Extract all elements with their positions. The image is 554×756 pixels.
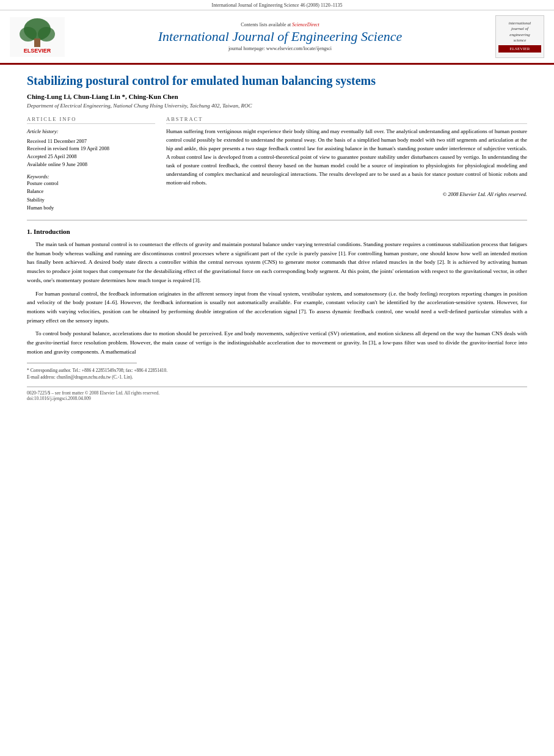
svg-point-2 [20,27,37,42]
copyright: © 2008 Elsevier Ltd. All rights reserved… [166,191,527,197]
abstract-text: Human suffering from vertiginous might e… [166,128,527,187]
svg-rect-4 [34,38,40,47]
article-info-content: Article history: Received 11 December 20… [27,128,155,169]
journal-header: ELSEVIER Contents lists available at Sci… [0,10,554,65]
keywords-section: Keywords: Posture control Balance Stabil… [27,173,155,213]
page-footer: 0020-7225/$ – see front matter © 2008 El… [27,387,527,401]
paper-title: Stabilizing postural control for emulate… [27,73,527,88]
keyword-4: Human body [27,204,155,213]
available-online-date: Available online 9 June 2008 [27,161,155,169]
abstract-column: ABSTRACT Human suffering from vertiginou… [166,116,527,213]
svg-point-3 [38,27,55,42]
intro-paragraph-1: The main task of human postural control … [27,240,527,285]
keywords-label: Keywords: [27,173,49,180]
sciencedirect-label: Contents lists available at ScienceDirec… [75,22,486,27]
history-label: Article history: [27,128,155,136]
paper-content: Stabilizing postural control for emulate… [0,65,554,413]
article-info-header: ARTICLE INFO [27,116,155,124]
doi-line: doi:10.1016/j.ijengsci.2008.04.009 [27,396,527,401]
elsevier-logo: ELSEVIER [10,17,65,57]
footnote-divider [27,363,137,363]
abstract-header: ABSTRACT [166,116,527,124]
authors: Ching-Lung Li, Chun-Liang Lin *, Ching-K… [27,93,527,100]
journal-metadata: International Journal of Engineering Sci… [0,0,554,10]
email-footnote: E-mail address: chunlin@dragon.nchu.edu.… [27,374,527,380]
received-date: Received 11 December 2007 [27,137,155,145]
journal-citation: International Journal of Engineering Sci… [212,2,343,8]
sciencedirect-link[interactable]: ScienceDirect [292,22,319,27]
journal-logo-right-text: internationaljournal ofengineeringscienc… [509,21,531,43]
journal-homepage: journal homepage: www.elsevier.com/locat… [75,46,486,51]
corresponding-author-text: * Corresponding author. Tel.: +886 4 228… [27,367,527,374]
svg-text:ELSEVIER: ELSEVIER [24,48,51,54]
issn-line: 0020-7225/$ – see front matter © 2008 El… [27,390,527,396]
keyword-2: Balance [27,187,155,196]
accepted-date: Accepted 25 April 2008 [27,153,155,161]
section-title-text: Introduction [34,228,70,235]
intro-paragraph-2: For human postural control, the feedback… [27,289,527,325]
corresponding-author-footnote: * Corresponding author. Tel.: +886 4 228… [27,367,527,381]
elsevier-badge: ELSEVIER [498,45,541,53]
keywords-list: Posture control Balance Stability Human … [27,180,155,213]
intro-paragraph-3: To control body postural balance, accele… [27,329,527,356]
journal-title-area: Contents lists available at ScienceDirec… [75,22,486,51]
journal-title: International Journal of Engineering Sci… [75,29,486,45]
journal-logo-right: internationaljournal ofengineeringscienc… [495,15,544,58]
article-info-column: ARTICLE INFO Article history: Received 1… [27,116,155,213]
keyword-1: Posture control [27,180,155,188]
section-divider [27,220,527,220]
keyword-3: Stability [27,196,155,205]
introduction-heading: 1. Introduction [27,228,527,235]
section-number: 1. [27,228,32,235]
article-info-abstract: ARTICLE INFO Article history: Received 1… [27,116,527,213]
revised-date: Received in revised form 19 April 2008 [27,145,155,153]
affiliation: Department of Electrical Engineering, Na… [27,103,527,109]
